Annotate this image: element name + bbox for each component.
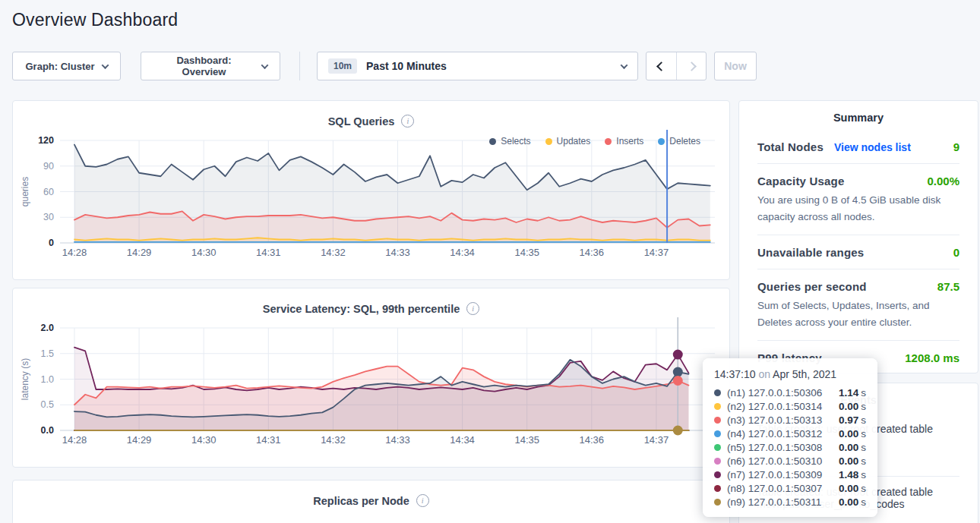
legend-label: Selects xyxy=(501,136,530,147)
info-icon[interactable]: i xyxy=(416,494,429,507)
tooltip-on: on xyxy=(756,368,773,380)
svg-text:1.5: 1.5 xyxy=(41,348,54,359)
legend-item-deletes: Deletes xyxy=(658,136,700,147)
service-latency-panel: Service Latency: SQL, 99th percentile i … xyxy=(12,288,730,468)
tooltip-node-row: (n2) 127.0.0.1:503140.00s xyxy=(714,399,866,413)
time-range-label: Past 10 Minutes xyxy=(366,60,447,72)
summary-stat-value: 9 xyxy=(953,140,959,153)
overview-dashboard-page: Overview Dashboard Graph: Cluster Dashbo… xyxy=(0,0,980,523)
tooltip-node-row: (n9) 127.0.0.1:503110.00s xyxy=(714,495,866,509)
svg-text:0.0: 0.0 xyxy=(41,425,54,436)
node-latency-unit: s xyxy=(861,455,866,467)
node-latency-unit: s xyxy=(861,442,866,453)
tooltip-time: 14:37:10 xyxy=(714,368,756,380)
node-latency-value: 1.14 xyxy=(839,387,858,399)
sql-queries-legend: SelectsUpdatesInsertsDeletes xyxy=(489,136,700,147)
tooltip-timestamp: 14:37:10 on Apr 5th, 2021 xyxy=(714,368,866,380)
summary-stat-row: Total NodesView nodes list9 xyxy=(757,130,959,163)
node-latency-unit: s xyxy=(861,469,866,480)
chart-hover-tooltip: 14:37:10 on Apr 5th, 2021 (n1) 127.0.0.1… xyxy=(703,358,877,517)
svg-text:120: 120 xyxy=(38,135,54,146)
summary-panel: Summary Total NodesView nodes list9Capac… xyxy=(738,100,978,373)
node-color-dot xyxy=(714,417,721,424)
page-title: Overview Dashboard xyxy=(12,10,178,30)
graph-scope-dropdown[interactable]: Graph: Cluster xyxy=(12,52,121,80)
svg-text:2.0: 2.0 xyxy=(41,323,54,333)
legend-label: Updates xyxy=(557,136,591,147)
node-latency-value: 0.00 xyxy=(839,496,858,508)
time-prev-button[interactable] xyxy=(646,52,676,80)
legend-item-updates: Updates xyxy=(545,136,591,147)
summary-stat-value: 0 xyxy=(953,246,959,259)
svg-text:14:29: 14:29 xyxy=(127,434,152,446)
svg-text:14:32: 14:32 xyxy=(321,434,346,446)
node-latency-value: 0.97 xyxy=(839,414,858,426)
dashboard-dropdown[interactable]: Dashboard: Overview xyxy=(141,52,280,80)
replicas-title-row: Replicas per Node i xyxy=(13,480,729,509)
node-address: (n5) 127.0.0.1:50308 xyxy=(727,442,822,453)
chevron-left-icon xyxy=(656,61,666,71)
tooltip-node-row: (n3) 127.0.0.1:503130.97s xyxy=(714,413,866,427)
dashboard-controls: Graph: Cluster Dashboard: Overview 10m P… xyxy=(12,52,757,80)
svg-text:14:34: 14:34 xyxy=(450,434,475,446)
view-nodes-list-link[interactable]: View nodes list xyxy=(834,141,911,153)
replicas-per-node-panel: Replicas per Node i xyxy=(12,480,730,523)
chevron-down-icon xyxy=(261,61,269,69)
summary-stats: Total NodesView nodes list9Capacity Usag… xyxy=(757,130,959,374)
node-latency-unit: s xyxy=(861,401,866,412)
sql-queries-chart[interactable]: 14:2814:2914:3014:3114:3214:3314:3414:35… xyxy=(13,130,729,268)
svg-text:14:35: 14:35 xyxy=(514,247,539,258)
tooltip-node-row: (n7) 127.0.0.1:503091.48s xyxy=(714,468,866,481)
node-address: (n3) 127.0.0.1:50313 xyxy=(727,414,822,426)
node-latency-value: 0.00 xyxy=(839,401,858,412)
svg-text:14:33: 14:33 xyxy=(385,247,410,258)
node-address: (n2) 127.0.0.1:50314 xyxy=(727,401,822,412)
tooltip-node-row: (n4) 127.0.0.1:503120.00s xyxy=(714,427,866,440)
now-button[interactable]: Now xyxy=(714,52,757,80)
node-color-dot xyxy=(714,458,721,465)
svg-text:14:30: 14:30 xyxy=(191,247,217,258)
tooltip-node-row: (n1) 127.0.0.1:503061.14s xyxy=(714,386,866,399)
legend-item-inserts: Inserts xyxy=(605,136,643,147)
summary-stat-value: 87.5 xyxy=(937,280,959,293)
graph-scope-label: Graph: Cluster xyxy=(25,61,94,72)
summary-stat-head: Total NodesView nodes list9 xyxy=(757,140,959,153)
sql-queries-title-row: SQL Queries i xyxy=(13,101,729,130)
summary-stat-label: Total Nodes xyxy=(757,140,824,153)
chevron-right-icon xyxy=(687,61,697,71)
sql-queries-title: SQL Queries xyxy=(328,115,395,128)
summary-stat-row: Queries per second87.5Sum of Selects, Up… xyxy=(757,269,959,340)
svg-text:14:35: 14:35 xyxy=(514,434,539,446)
svg-text:30: 30 xyxy=(43,212,54,222)
legend-label: Deletes xyxy=(669,136,700,147)
info-icon[interactable]: i xyxy=(466,302,479,315)
service-latency-chart[interactable]: 14:2814:2914:3014:3114:3214:3314:3414:35… xyxy=(13,317,729,455)
summary-stat-head: Capacity Usage0.00% xyxy=(757,175,959,187)
svg-text:14:37: 14:37 xyxy=(644,247,669,258)
time-range-picker[interactable]: 10m Past 10 Minutes xyxy=(317,52,638,80)
svg-text:14:32: 14:32 xyxy=(321,247,346,258)
svg-text:14:34: 14:34 xyxy=(450,247,475,258)
summary-stat-row: Capacity Usage0.00%You are using 0 B of … xyxy=(757,163,959,235)
svg-text:14:28: 14:28 xyxy=(62,434,87,446)
node-latency-unit: s xyxy=(861,428,866,440)
node-color-dot xyxy=(714,430,721,437)
node-latency-unit: s xyxy=(861,414,866,426)
node-address: (n8) 127.0.0.1:50307 xyxy=(727,483,822,494)
tooltip-node-row: (n6) 127.0.0.1:503100.00s xyxy=(714,454,866,468)
sql-queries-panel: SQL Queries i SelectsUpdatesInsertsDelet… xyxy=(12,100,730,280)
time-next-button[interactable] xyxy=(676,52,706,80)
summary-stat-row: Unavailable ranges0 xyxy=(757,235,959,269)
node-color-dot xyxy=(714,389,721,396)
tooltip-node-row: (n5) 127.0.0.1:503080.00s xyxy=(714,440,866,454)
dashboard-label: Dashboard: Overview xyxy=(153,55,254,77)
svg-text:14:33: 14:33 xyxy=(385,434,410,446)
summary-stat-head: Unavailable ranges0 xyxy=(757,246,959,259)
summary-stat-description: Sum of Selects, Updates, Inserts, and De… xyxy=(757,298,959,330)
svg-text:14:36: 14:36 xyxy=(580,434,605,446)
info-icon[interactable]: i xyxy=(401,115,414,128)
service-latency-title: Service Latency: SQL, 99th percentile xyxy=(263,303,460,315)
node-latency-unit: s xyxy=(861,483,866,494)
svg-text:14:29: 14:29 xyxy=(127,247,152,258)
svg-text:60: 60 xyxy=(43,187,54,197)
